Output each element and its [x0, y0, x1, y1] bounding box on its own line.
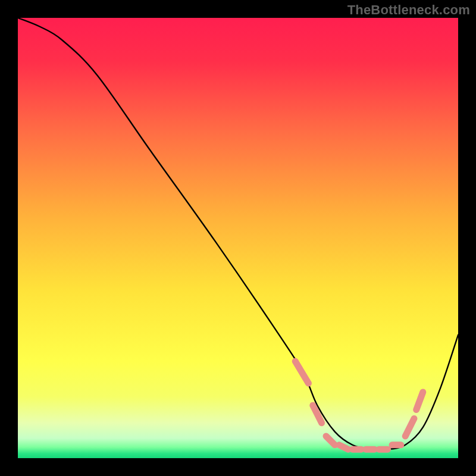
highlight-segment	[339, 445, 348, 449]
chart-frame: TheBottleneck.com	[0, 0, 476, 476]
watermark-text: TheBottleneck.com	[347, 2, 470, 18]
gradient-background	[18, 18, 458, 458]
bottleneck-chart	[18, 18, 458, 458]
